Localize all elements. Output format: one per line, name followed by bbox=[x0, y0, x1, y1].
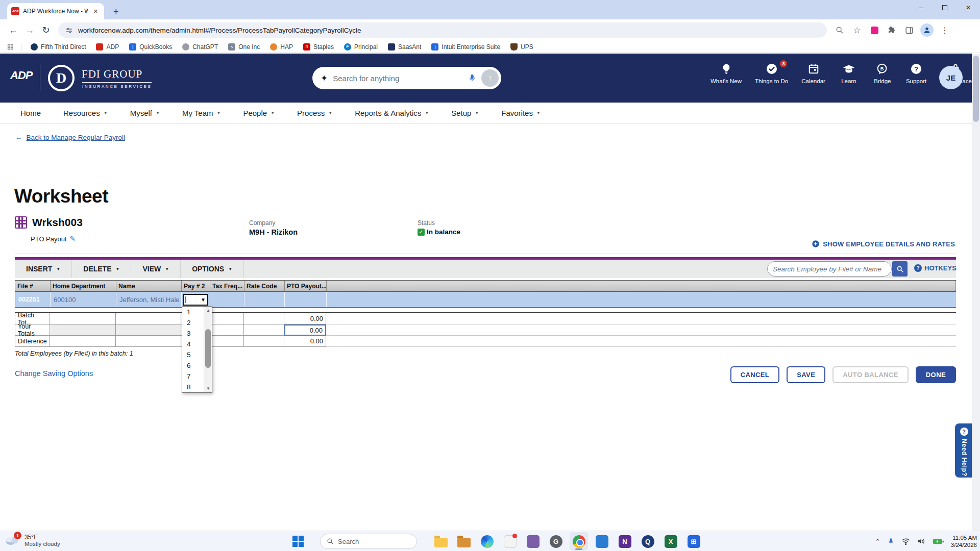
chrome-profile-avatar[interactable] bbox=[920, 23, 934, 37]
page-scrollbar-thumb[interactable] bbox=[973, 56, 979, 122]
office-grid-icon[interactable]: ⊞ bbox=[684, 532, 703, 550]
cell-pay2[interactable]: ▼ bbox=[182, 292, 210, 307]
column-header-home-department[interactable]: Home Department bbox=[51, 281, 116, 291]
bookmark-star-icon[interactable]: ☆ bbox=[848, 25, 866, 36]
scrollbar-thumb[interactable] bbox=[205, 329, 211, 368]
dropdown-option[interactable]: 6 bbox=[182, 360, 204, 371]
back-icon[interactable]: ← bbox=[5, 25, 21, 36]
notification-app-icon[interactable] bbox=[501, 532, 519, 550]
edge-icon[interactable] bbox=[478, 532, 496, 550]
dropdown-option[interactable]: 1 bbox=[182, 307, 204, 317]
bridge-button[interactable]: B Bridge bbox=[872, 63, 893, 84]
edit-pencil-icon[interactable]: ✎ bbox=[70, 235, 76, 243]
nav-setup[interactable]: Setup▼ bbox=[451, 109, 479, 117]
your-totals-value[interactable]: 0.00 bbox=[284, 324, 326, 336]
select-chevron-icon[interactable]: ▼ bbox=[201, 297, 206, 303]
apps-grid-icon[interactable] bbox=[5, 43, 16, 50]
employee-row[interactable]: 002251 600100 Jefferson, Misti Hale ▼ bbox=[15, 292, 956, 308]
new-tab-button[interactable]: + bbox=[109, 7, 123, 19]
browser-tab[interactable]: ADP ADP Workforce Now - Workshe ✕ bbox=[7, 3, 104, 19]
whats-new-button[interactable]: What's New bbox=[710, 63, 742, 84]
column-header-file[interactable]: File # bbox=[15, 281, 51, 291]
tune-icon[interactable] bbox=[65, 27, 73, 34]
extensions-puzzle-icon[interactable] bbox=[883, 26, 900, 34]
need-help-tab[interactable]: ? Need Help? bbox=[955, 423, 973, 478]
nav-reports-analytics[interactable]: Reports & Analytics▼ bbox=[355, 109, 429, 117]
nav-resources[interactable]: Resources▼ bbox=[63, 109, 108, 117]
zoom-indicator-icon[interactable] bbox=[831, 26, 848, 34]
dropdown-option[interactable]: 8 bbox=[182, 382, 204, 392]
start-button[interactable] bbox=[292, 536, 304, 547]
cancel-button[interactable]: CANCEL bbox=[730, 366, 780, 383]
employee-search-button[interactable] bbox=[892, 261, 908, 277]
folder-icon[interactable] bbox=[455, 532, 473, 550]
nav-my-team[interactable]: My Team▼ bbox=[182, 109, 221, 117]
battery-charging-icon[interactable] bbox=[933, 538, 944, 545]
bookmark-staples[interactable]: ⊓Staples bbox=[299, 42, 338, 52]
user-avatar[interactable]: JE bbox=[939, 66, 963, 89]
done-button[interactable]: DONE bbox=[916, 366, 956, 383]
save-button[interactable]: SAVE bbox=[787, 366, 825, 383]
options-menu[interactable]: OPTIONS▼ bbox=[181, 260, 244, 278]
column-header-pto-payout[interactable]: PTO Payout... bbox=[285, 281, 327, 291]
pink-extension-icon[interactable] bbox=[866, 27, 883, 34]
bookmark-quickbooks[interactable]: |QuickBooks bbox=[125, 42, 176, 52]
back-to-manage-payroll-link[interactable]: ←Back to Manage Regular Payroll bbox=[15, 134, 125, 141]
tray-microphone-icon[interactable] bbox=[888, 537, 894, 545]
column-header-tax-freq[interactable]: Tax Freq... bbox=[210, 281, 244, 291]
dropdown-scrollbar[interactable]: ▲ ▼ bbox=[204, 307, 212, 392]
dropdown-option[interactable]: 7 bbox=[182, 371, 204, 382]
bookmark-intuit[interactable]: |Intuit Enterprise Suite bbox=[427, 42, 504, 52]
cell-pto-payout[interactable] bbox=[285, 292, 327, 307]
bookmark-fifth-third[interactable]: Fifth Third Direct bbox=[27, 42, 90, 52]
column-header-name[interactable]: Name bbox=[116, 281, 182, 291]
window-maximize-button[interactable] bbox=[933, 0, 957, 15]
url-text[interactable]: workforcenow.adp.com/theme/admin.html#/P… bbox=[78, 27, 361, 34]
support-button[interactable]: ? Support bbox=[906, 63, 926, 84]
cell-file-number[interactable]: 002251 bbox=[15, 292, 51, 307]
view-menu[interactable]: VIEW▼ bbox=[131, 260, 181, 278]
employee-search[interactable] bbox=[767, 261, 892, 277]
global-search-input[interactable] bbox=[333, 74, 463, 83]
bookmark-adp[interactable]: ADP bbox=[92, 42, 123, 52]
quickbooks-icon[interactable]: Q bbox=[639, 532, 657, 550]
purple-app-icon[interactable] bbox=[524, 532, 542, 550]
volume-icon[interactable] bbox=[917, 538, 925, 545]
blue-app-icon[interactable] bbox=[593, 532, 611, 550]
scroll-up-icon[interactable]: ▲ bbox=[204, 307, 212, 314]
scroll-down-icon[interactable]: ▼ bbox=[204, 385, 212, 392]
dropdown-option[interactable]: 5 bbox=[182, 349, 204, 360]
calendar-button[interactable]: Calendar bbox=[801, 63, 825, 84]
bookmark-principal[interactable]: PPrincipal bbox=[340, 42, 382, 52]
global-search[interactable]: ✦ ↑ bbox=[312, 67, 501, 89]
wifi-icon[interactable] bbox=[901, 538, 910, 545]
nav-home[interactable]: Home bbox=[20, 109, 41, 117]
learn-button[interactable]: Learn bbox=[839, 63, 859, 84]
bookmark-saasant[interactable]: SaasAnt bbox=[384, 42, 425, 52]
nav-favorites[interactable]: Favorites▼ bbox=[501, 109, 541, 117]
tab-close-icon[interactable]: ✕ bbox=[91, 7, 100, 16]
page-scrollbar[interactable] bbox=[972, 54, 980, 531]
cell-home-department[interactable]: 600100 bbox=[51, 292, 116, 307]
cell-rate-code[interactable] bbox=[244, 292, 285, 307]
bookmark-hap[interactable]: HAP bbox=[266, 42, 297, 52]
show-employee-details-link[interactable]: SHOW EMPLOYEE DETAILS AND RATES bbox=[812, 240, 955, 248]
weather-widget[interactable]: 1 35°F Mostly cloudy bbox=[4, 533, 60, 548]
browser-menu-kebab-icon[interactable]: ⋮ bbox=[936, 26, 953, 35]
employee-search-input[interactable] bbox=[773, 265, 886, 273]
bookmark-chatgpt[interactable]: ChatGPT bbox=[178, 42, 222, 52]
taskbar-search[interactable]: Search bbox=[320, 534, 417, 549]
things-to-do-button[interactable]: 8 Things to Do bbox=[755, 63, 788, 84]
side-panel-icon[interactable] bbox=[900, 26, 918, 35]
greenshot-icon[interactable]: G bbox=[547, 532, 565, 550]
hotkeys-button[interactable]: ? HOTKEYS bbox=[914, 264, 957, 272]
nav-process[interactable]: Process▼ bbox=[297, 109, 332, 117]
window-close-button[interactable]: ✕ bbox=[957, 0, 980, 15]
dropdown-option[interactable]: 4 bbox=[182, 339, 204, 349]
column-header-pay2[interactable]: Pay # 2 bbox=[182, 281, 210, 291]
forward-icon[interactable]: → bbox=[21, 25, 38, 36]
excel-icon[interactable]: X bbox=[662, 532, 680, 550]
chrome-icon[interactable] bbox=[570, 532, 588, 550]
onenote-icon[interactable]: N bbox=[616, 532, 634, 550]
insert-menu[interactable]: INSERT▼ bbox=[15, 260, 72, 278]
